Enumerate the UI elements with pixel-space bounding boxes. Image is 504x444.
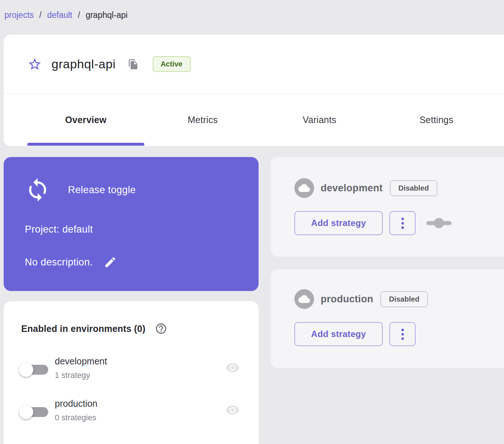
environment-card-development: development Disabled Add strategy (271, 157, 504, 257)
toggle-info-card: Release toggle Project: default No descr… (4, 157, 259, 291)
breadcrumb-link-default[interactable]: default (47, 10, 72, 20)
toggle-type-row: Release toggle (25, 177, 136, 203)
enabled-environments-header: Enabled in environments (0) (21, 322, 167, 335)
environment-card-header: production Disabled (294, 289, 428, 309)
toggle-knob (19, 405, 33, 419)
development-toggle[interactable] (18, 360, 49, 381)
enabled-environments-card: Enabled in environments (0) development … (4, 301, 259, 444)
environment-status-badge: Disabled (390, 180, 437, 196)
description-text: No description. (25, 257, 93, 268)
environment-card-header: development Disabled (294, 178, 437, 198)
release-toggle-loop-icon (25, 177, 50, 203)
visibility-eye-icon[interactable] (224, 403, 241, 417)
feature-header-row: graphql-api Active (4, 35, 504, 94)
environment-card-name: development (321, 183, 383, 194)
tab-variants[interactable]: Variants (261, 94, 378, 146)
environment-card-actions: Add strategy (294, 211, 452, 235)
strategy-count: 1 strategy (55, 371, 90, 380)
add-strategy-button[interactable]: Add strategy (294, 322, 383, 346)
project-label: Project: default (25, 224, 93, 235)
environment-name: development (55, 356, 107, 367)
breadcrumb-separator: / (39, 10, 42, 20)
cloud-icon (294, 289, 314, 309)
copy-name-icon[interactable] (128, 59, 139, 70)
rollout-slider-icon[interactable] (426, 218, 452, 229)
tab-label: Variants (303, 115, 336, 125)
active-tab-indicator (27, 143, 144, 146)
visibility-eye-icon[interactable] (224, 360, 241, 375)
feature-header-card: graphql-api Active Overview Metrics Vari… (4, 35, 504, 146)
environment-row-development: development 1 strategy (4, 355, 259, 386)
tab-settings[interactable]: Settings (378, 94, 495, 146)
production-toggle[interactable] (18, 403, 49, 423)
tab-label: Settings (420, 115, 454, 125)
favorite-star-icon[interactable] (27, 57, 42, 72)
more-options-kebab-icon[interactable] (389, 322, 416, 346)
breadcrumb-current: graphql-api (85, 10, 127, 20)
strategy-count: 0 strategies (55, 413, 96, 422)
more-options-kebab-icon[interactable] (389, 211, 416, 235)
breadcrumb-separator: / (78, 10, 80, 20)
edit-description-icon[interactable] (104, 256, 117, 269)
tab-overview[interactable]: Overview (27, 94, 144, 146)
tab-label: Overview (65, 115, 107, 125)
status-badge: Active (153, 56, 191, 72)
description-row: No description. (25, 256, 117, 269)
enabled-environments-title: Enabled in environments (0) (21, 324, 145, 334)
breadcrumb-link-projects[interactable]: projects (4, 10, 34, 20)
breadcrumb: projects / default / graphql-api (4, 10, 127, 20)
environment-card-name: production (321, 294, 373, 305)
environment-name: production (55, 398, 98, 409)
add-strategy-button[interactable]: Add strategy (294, 211, 383, 235)
environment-card-production: production Disabled Add strategy (271, 269, 504, 368)
tab-label: Metrics (188, 115, 218, 125)
cloud-icon (294, 178, 314, 198)
help-icon[interactable] (155, 322, 167, 335)
environment-status-badge: Disabled (381, 291, 428, 307)
toggle-knob (19, 363, 33, 377)
page-title: graphql-api (51, 57, 116, 71)
environment-row-production: production 0 strategies (4, 398, 259, 428)
tab-metrics[interactable]: Metrics (144, 94, 261, 146)
tab-bar: Overview Metrics Variants Settings (4, 94, 504, 146)
toggle-type-label: Release toggle (68, 184, 136, 196)
feature-toggle-page: projects / default / graphql-api graphql… (0, 0, 504, 444)
environment-card-actions: Add strategy (294, 322, 416, 346)
